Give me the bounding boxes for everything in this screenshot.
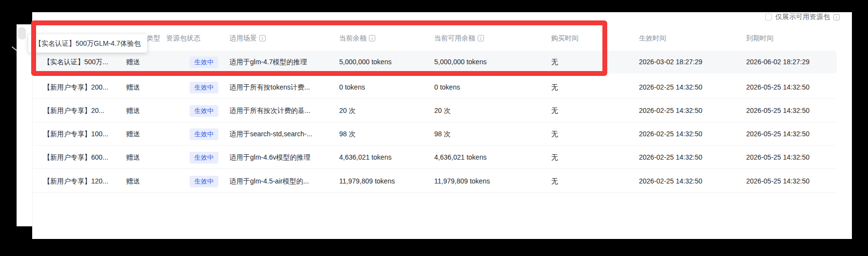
buy-time: 无	[551, 122, 610, 146]
table-row[interactable]: 【新用户专享】100... 赠送 生效中 适用于search-std,searc…	[33, 122, 837, 146]
package-name: 【新用户专享】120...	[43, 169, 121, 193]
current-balance: 20 次	[339, 99, 427, 122]
scrollbar-thumb[interactable]	[18, 27, 26, 39]
package-name: 【新用户专享】100...	[43, 122, 121, 146]
expire-time: 2026-05-25 14:32:50	[746, 99, 844, 122]
col-header-expire-time: 到期时间	[746, 31, 773, 45]
table-row[interactable]: 【新用户专享】200... 赠送 生效中 适用于所有按tokens计费... 0…	[33, 75, 837, 99]
table-row[interactable]: 【新用户专享】120... 赠送 生效中 适用于glm-4.5-air模型的..…	[33, 169, 837, 193]
package-type: 赠送	[126, 122, 165, 146]
scenario: 适用于所有按tokens计费...	[230, 75, 336, 99]
current-balance: 11,979,809 tokens	[339, 169, 427, 193]
left-edge-strip	[17, 24, 32, 226]
available-balance: 0 tokens	[434, 75, 532, 99]
scenario: 适用于glm-4.6v模型的推理	[230, 146, 336, 169]
package-name: 【新用户专享】20...	[43, 99, 121, 122]
effective-time: 2026-02-25 14:32:50	[639, 169, 736, 193]
buy-time: 无	[551, 146, 610, 169]
effective-time: 2026-02-25 14:32:50	[639, 122, 736, 146]
effective-time: 2026-03-02 18:27:29	[639, 51, 736, 73]
filter-available-only[interactable]: 仅展示可用资源包 i	[765, 12, 840, 22]
package-type: 赠送	[126, 169, 165, 193]
buy-time: 无	[551, 75, 610, 99]
package-type: 赠送	[126, 146, 165, 169]
col-header-effective-time: 生效时间	[639, 31, 666, 45]
status-badge: 生效中	[190, 176, 218, 187]
effective-time: 2026-02-25 14:32:50	[639, 146, 736, 169]
available-balance: 98 次	[434, 122, 532, 146]
table-row[interactable]: 【新用户专享】20... 赠送 生效中 适用于所有按次计费的基... 20 次 …	[33, 99, 837, 122]
table-row[interactable]: 【新用户专享】600... 赠送 生效中 适用于glm-4.6v模型的推理 4,…	[33, 146, 837, 169]
buy-time: 无	[551, 99, 610, 122]
package-type: 赠送	[126, 75, 165, 99]
expire-time: 2026-05-25 14:32:50	[746, 169, 844, 193]
status-badge: 生效中	[190, 105, 218, 117]
annotation-red-rectangle	[31, 20, 607, 76]
status-badge: 生效中	[190, 152, 218, 164]
available-balance: 4,636,021 tokens	[434, 146, 532, 169]
scenario: 适用于所有按次计费的基...	[230, 99, 336, 122]
info-icon[interactable]: i	[833, 14, 840, 20]
effective-time: 2026-02-25 14:32:50	[639, 75, 736, 99]
current-balance: 0 tokens	[339, 75, 427, 99]
available-only-checkbox[interactable]	[765, 14, 772, 20]
status-badge: 生效中	[190, 128, 218, 140]
expire-time: 2026-05-25 14:32:50	[746, 75, 844, 99]
available-balance: 20 次	[434, 99, 532, 122]
available-only-label: 仅展示可用资源包	[775, 13, 830, 21]
available-balance: 11,979,809 tokens	[434, 169, 532, 193]
current-balance: 4,636,021 tokens	[339, 146, 427, 169]
scenario: 适用于glm-4.5-air模型的...	[230, 169, 336, 193]
expire-time: 2026-05-25 14:32:50	[746, 122, 844, 146]
current-balance: 98 次	[339, 122, 427, 146]
package-name: 【新用户专享】600...	[43, 146, 121, 169]
buy-time: 无	[551, 169, 610, 193]
status-badge: 生效中	[190, 82, 218, 93]
scenario: 适用于search-std,search-...	[230, 122, 336, 146]
package-type: 赠送	[126, 99, 165, 122]
effective-time: 2026-02-25 14:32:50	[639, 99, 736, 122]
expire-time: 2026-06-02 18:27:29	[746, 51, 844, 73]
package-name: 【新用户专享】200...	[43, 75, 121, 99]
expire-time: 2026-05-25 14:32:50	[746, 146, 844, 169]
